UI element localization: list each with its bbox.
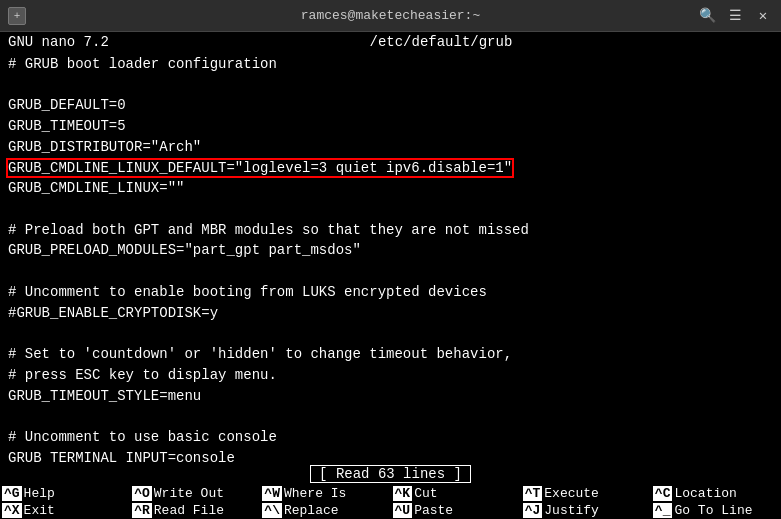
editor-line: # Uncomment to use basic console xyxy=(8,427,773,448)
nano-filename: /etc/default/grub xyxy=(370,34,513,50)
shortcut-label: Go To Line xyxy=(674,503,752,518)
shortcut-item[interactable]: ^_ Go To Line xyxy=(651,502,781,519)
shortcut-key: ^X xyxy=(2,503,22,518)
window-title: ramces@maketecheasier:~ xyxy=(301,8,480,23)
title-bar: + ramces@maketecheasier:~ 🔍 ☰ ✕ xyxy=(0,0,781,32)
editor-line: # Uncomment to enable booting from LUKS … xyxy=(8,282,773,303)
main-content: GNU nano 7.2 /etc/default/grub # GRUB bo… xyxy=(0,32,781,519)
shortcut-key: ^J xyxy=(523,503,543,518)
shortcut-key: ^\ xyxy=(262,503,282,518)
shortcut-item[interactable]: ^C Location xyxy=(651,485,781,502)
shortcut-item[interactable]: ^U Paste xyxy=(391,502,521,519)
editor-line: # press ESC key to display menu. xyxy=(8,365,773,386)
shortcut-key: ^G xyxy=(2,486,22,501)
new-tab-icon: + xyxy=(14,10,21,22)
shortcut-key: ^T xyxy=(523,486,543,501)
editor-line: GRUB_PRELOAD_MODULES="part_gpt part_msdo… xyxy=(8,240,773,261)
editor-line xyxy=(8,75,773,96)
shortcut-item[interactable]: ^J Justify xyxy=(521,502,651,519)
shortcut-label: Cut xyxy=(414,486,437,501)
shortcut-key: ^C xyxy=(653,486,673,501)
nano-version: GNU nano 7.2 xyxy=(8,34,109,50)
shortcut-key: ^_ xyxy=(653,503,673,518)
search-button[interactable]: 🔍 xyxy=(697,6,717,26)
title-bar-icons: 🔍 ☰ ✕ xyxy=(697,6,773,26)
nano-header: GNU nano 7.2 /etc/default/grub xyxy=(0,32,781,52)
highlighted-line: GRUB_CMDLINE_LINUX_DEFAULT="loglevel=3 q… xyxy=(8,160,512,176)
editor-line: GRUB_CMDLINE_LINUX="" xyxy=(8,178,773,199)
shortcut-label: Read File xyxy=(154,503,224,518)
shortcut-item[interactable]: ^\ Replace xyxy=(260,502,390,519)
bottom-section: [ Read 63 lines ] ^G Help^O Write Out^W … xyxy=(0,463,781,519)
editor-line xyxy=(8,199,773,220)
shortcut-item[interactable]: ^K Cut xyxy=(391,485,521,502)
status-message: [ Read 63 lines ] xyxy=(310,465,471,483)
new-tab-button[interactable]: + xyxy=(8,7,26,25)
status-bar: [ Read 63 lines ] xyxy=(0,463,781,485)
shortcut-key: ^O xyxy=(132,486,152,501)
shortcut-label: Location xyxy=(674,486,736,501)
editor-line xyxy=(8,261,773,282)
shortcut-bar: ^G Help^O Write Out^W Where Is^K Cut^T E… xyxy=(0,485,781,519)
shortcut-label: Justify xyxy=(544,503,599,518)
editor-area[interactable]: # GRUB boot loader configuration GRUB_DE… xyxy=(0,52,781,463)
shortcut-label: Paste xyxy=(414,503,453,518)
close-button[interactable]: ✕ xyxy=(753,6,773,26)
shortcut-label: Replace xyxy=(284,503,339,518)
editor-line: GRUB_TERMINAL_INPUT=console xyxy=(8,448,773,463)
editor-line: # Set to 'countdown' or 'hidden' to chan… xyxy=(8,344,773,365)
editor-line xyxy=(8,323,773,344)
editor-line: #GRUB_ENABLE_CRYPTODISK=y xyxy=(8,303,773,324)
shortcut-item[interactable]: ^O Write Out xyxy=(130,485,260,502)
shortcut-label: Write Out xyxy=(154,486,224,501)
editor-line: GRUB_TIMEOUT=5 xyxy=(8,116,773,137)
shortcut-label: Help xyxy=(24,486,55,501)
editor-line: # GRUB boot loader configuration xyxy=(8,54,773,75)
shortcut-item[interactable]: ^R Read File xyxy=(130,502,260,519)
shortcut-label: Execute xyxy=(544,486,599,501)
editor-line: GRUB_TIMEOUT_STYLE=menu xyxy=(8,386,773,407)
editor-line xyxy=(8,406,773,427)
shortcut-key: ^R xyxy=(132,503,152,518)
shortcut-label: Exit xyxy=(24,503,55,518)
editor-line: # Preload both GPT and MBR modules so th… xyxy=(8,220,773,241)
shortcut-item[interactable]: ^W Where Is xyxy=(260,485,390,502)
shortcut-row: ^X Exit^R Read File^\ Replace^U Paste^J … xyxy=(0,502,781,519)
editor-line: GRUB_CMDLINE_LINUX_DEFAULT="loglevel=3 q… xyxy=(8,158,773,179)
menu-button[interactable]: ☰ xyxy=(725,6,745,26)
shortcut-key: ^K xyxy=(393,486,413,501)
editor-line: GRUB_DEFAULT=0 xyxy=(8,95,773,116)
shortcut-item[interactable]: ^G Help xyxy=(0,485,130,502)
title-bar-left: + xyxy=(8,7,26,25)
shortcut-label: Where Is xyxy=(284,486,346,501)
editor-line: GRUB_DISTRIBUTOR="Arch" xyxy=(8,137,773,158)
shortcut-row: ^G Help^O Write Out^W Where Is^K Cut^T E… xyxy=(0,485,781,502)
shortcut-key: ^W xyxy=(262,486,282,501)
shortcut-key: ^U xyxy=(393,503,413,518)
shortcut-item[interactable]: ^X Exit xyxy=(0,502,130,519)
shortcut-item[interactable]: ^T Execute xyxy=(521,485,651,502)
